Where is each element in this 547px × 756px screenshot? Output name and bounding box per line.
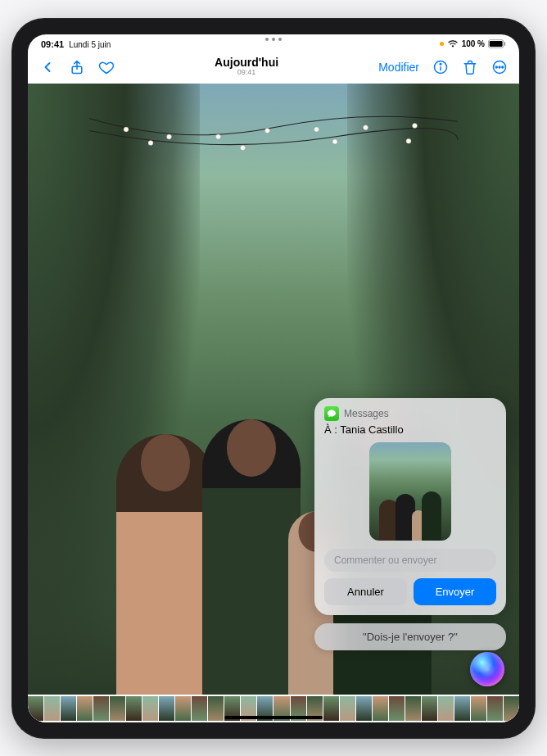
siri-orb-button[interactable] (470, 652, 504, 686)
battery-icon (488, 39, 506, 48)
status-bar: 09:41 Lundi 5 juin 100 % (28, 34, 519, 52)
thumbnail[interactable] (323, 696, 339, 721)
siri-comment-field[interactable]: Commenter ou envoyer (324, 549, 496, 572)
svg-point-13 (216, 134, 221, 139)
thumbnail[interactable] (159, 696, 174, 721)
share-button[interactable] (69, 59, 85, 75)
battery-percentage: 100 % (462, 39, 485, 48)
thumbnail[interactable] (405, 696, 421, 721)
thumbnail[interactable] (356, 696, 372, 721)
string-lights-decoration (28, 112, 519, 161)
siri-overlay: Messages À : Tania Castillo Commenter (314, 398, 506, 650)
favorite-button[interactable] (98, 59, 115, 75)
siri-user-query: "Dois-je l'envoyer ?" (314, 623, 506, 650)
thumbnail[interactable] (110, 696, 125, 721)
svg-point-17 (413, 123, 418, 128)
thumbnail[interactable] (438, 696, 454, 721)
svg-point-8 (495, 66, 497, 68)
messages-app-icon (324, 406, 339, 421)
thumbnail[interactable] (175, 696, 191, 721)
svg-point-21 (406, 138, 411, 143)
more-button[interactable] (491, 59, 508, 75)
modify-button[interactable]: Modifier (378, 61, 419, 74)
info-button[interactable] (432, 59, 449, 75)
svg-point-6 (440, 63, 441, 65)
thumbnail[interactable] (389, 696, 405, 721)
status-time: 09:41 (41, 39, 64, 49)
thumbnail[interactable] (340, 696, 355, 721)
siri-recipient-line: À : Tania Castillo (324, 423, 496, 436)
svg-point-16 (364, 124, 368, 129)
svg-point-12 (167, 134, 172, 139)
siri-cancel-button[interactable]: Annuler (324, 578, 407, 605)
screen: 09:41 Lundi 5 juin 100 % (28, 34, 519, 722)
photo-viewer[interactable]: Messages À : Tania Castillo Commenter (28, 84, 519, 695)
thumbnail[interactable] (208, 696, 224, 721)
siri-app-name: Messages (344, 408, 389, 419)
thumbnail[interactable] (504, 696, 519, 721)
svg-point-20 (332, 139, 337, 144)
siri-recipient-prefix: À : (324, 423, 337, 436)
thumbnail[interactable] (142, 696, 158, 721)
wifi-icon (447, 39, 459, 48)
thumbnail[interactable] (44, 696, 60, 721)
svg-rect-2 (504, 42, 505, 45)
back-button[interactable] (39, 59, 56, 75)
svg-point-18 (148, 140, 153, 145)
svg-point-9 (499, 66, 500, 68)
photos-toolbar: Aujourd'hui 09:41 Modifier (28, 52, 519, 84)
svg-rect-1 (490, 41, 503, 47)
svg-point-10 (502, 66, 504, 68)
mic-indicator-dot (440, 42, 444, 46)
thumbnail[interactable] (28, 696, 43, 721)
thumbnail[interactable] (471, 696, 486, 721)
thumbnail[interactable] (77, 696, 93, 721)
svg-point-19 (241, 145, 246, 150)
thumbnail[interactable] (192, 696, 207, 721)
thumbnail[interactable] (126, 696, 142, 721)
svg-point-11 (124, 127, 129, 132)
siri-recipient-name: Tania Castillo (340, 423, 403, 436)
page-subtitle: 09:41 (215, 69, 278, 77)
svg-point-14 (265, 128, 270, 133)
thumbnail[interactable] (487, 696, 503, 721)
thumbnail[interactable] (61, 696, 76, 721)
thumbnail[interactable] (422, 696, 437, 721)
siri-messages-card: Messages À : Tania Castillo Commenter (314, 398, 506, 615)
thumbnail[interactable] (373, 696, 388, 721)
delete-button[interactable] (462, 59, 478, 75)
siri-photo-preview[interactable] (324, 442, 496, 541)
siri-send-button[interactable]: Envoyer (414, 578, 496, 605)
status-date: Lundi 5 juin (69, 40, 111, 49)
home-indicator[interactable] (224, 716, 323, 719)
svg-point-15 (314, 127, 319, 132)
ipad-device-frame: 09:41 Lundi 5 juin 100 % (11, 18, 536, 739)
page-title: Aujourd'hui (215, 57, 278, 69)
thumbnail[interactable] (93, 696, 109, 721)
thumbnail[interactable] (454, 696, 470, 721)
